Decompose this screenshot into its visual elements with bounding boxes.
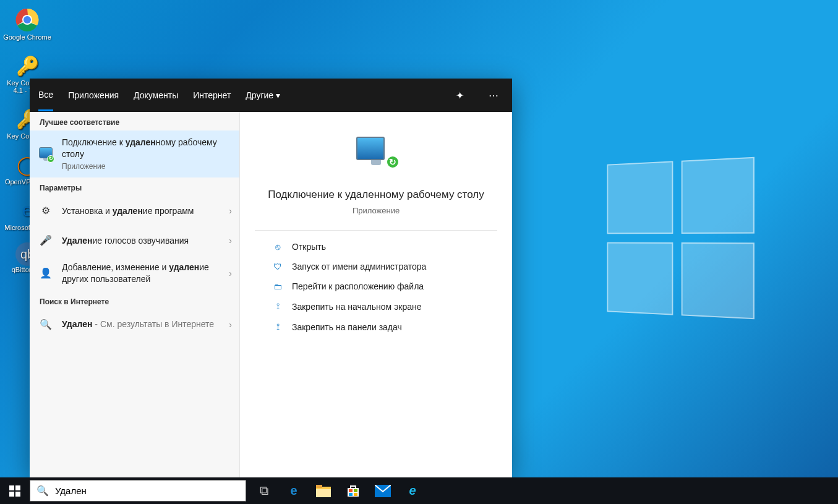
pin-icon: ⟟: [272, 301, 283, 312]
tab-internet[interactable]: Интернет: [193, 80, 231, 110]
preview-actions: ⎋ Открыть 🛡 Запуск от имени администрато…: [255, 230, 497, 343]
taskbar-edge[interactable]: e: [280, 477, 308, 504]
chevron-right-icon: ›: [224, 206, 232, 216]
result-web-search[interactable]: 🔍 Удален - См. результаты в Интернете ›: [30, 310, 239, 340]
folder-icon: 🗀: [272, 281, 283, 291]
search-icon: 🔍: [37, 316, 54, 333]
section-settings: Параметры: [30, 177, 239, 196]
result-uninstall-programs[interactable]: ⚙ Установка и удаление программ ›: [30, 196, 239, 226]
task-view-button[interactable]: ⧉: [250, 477, 278, 504]
search-icon: 🔍: [36, 485, 49, 497]
feedback-icon[interactable]: ✦: [451, 90, 469, 101]
svg-rect-11: [354, 493, 357, 496]
taskbar: 🔍 ⧉ e e: [0, 477, 838, 504]
action-label: Перейти к расположению файла: [292, 281, 424, 291]
svg-rect-6: [316, 489, 331, 497]
desktop: Google Chrome 🔑 Key Collector 4.1 - Test…: [0, 0, 838, 504]
tab-documents[interactable]: Документы: [134, 80, 178, 110]
taskbar-search-box[interactable]: 🔍: [30, 480, 246, 502]
chrome-icon: [14, 6, 41, 33]
svg-rect-10: [349, 493, 353, 496]
wallpaper-windows-logo: [607, 157, 755, 320]
svg-rect-9: [354, 489, 357, 492]
tab-more[interactable]: Другие ▾: [246, 80, 280, 110]
search-input[interactable]: [55, 485, 239, 496]
action-run-as-admin[interactable]: 🛡 Запуск от имени администратора: [255, 257, 497, 276]
action-pin-start[interactable]: ⟟ Закрепить на начальном экране: [255, 296, 497, 317]
result-remote-desktop[interactable]: ↻ Подключение к удаленному рабочему стол…: [30, 130, 239, 177]
chevron-right-icon: ›: [224, 320, 232, 330]
chevron-right-icon: ›: [224, 236, 232, 246]
taskbar-store[interactable]: [339, 477, 367, 504]
tab-all[interactable]: Все: [38, 80, 53, 111]
svg-point-3: [24, 16, 31, 23]
section-best-match: Лучшее соответствие: [30, 112, 239, 130]
svg-rect-8: [349, 489, 353, 492]
result-delete-voices[interactable]: 🎤 Удаление голосов озвучивания ›: [30, 226, 239, 255]
user-icon: 👤: [37, 265, 54, 282]
more-options-icon[interactable]: ⋯: [484, 90, 503, 101]
desktop-icon-label: Google Chrome: [3, 33, 51, 41]
open-icon: ⎋: [272, 242, 283, 252]
svg-rect-5: [316, 485, 322, 488]
search-results-list: Лучшее соответствие ↻ Подключение к удал…: [30, 112, 240, 477]
taskbar-file-explorer[interactable]: [309, 477, 338, 504]
app-icon: 🔑: [14, 52, 41, 79]
chevron-right-icon: ›: [224, 268, 232, 278]
result-manage-users[interactable]: 👤 Добавление, изменение и удаление други…: [30, 255, 239, 291]
action-label: Закрепить на панели задач: [292, 322, 402, 332]
section-web: Поиск в Интернете: [30, 291, 239, 310]
taskbar-mail[interactable]: [369, 477, 397, 504]
shield-icon: 🛡: [272, 262, 283, 271]
search-filter-tabs: Все Приложения Документы Интернет Другие…: [30, 79, 512, 112]
tab-apps[interactable]: Приложения: [68, 80, 119, 110]
search-preview-pane: ↻ Подключение к удаленному рабочему стол…: [240, 112, 512, 477]
action-label: Закрепить на начальном экране: [292, 302, 422, 312]
microphone-icon: 🎤: [37, 232, 54, 249]
remote-desktop-icon: ↻: [37, 145, 54, 163]
start-button[interactable]: [0, 477, 30, 504]
remote-desktop-icon-large: ↻: [356, 137, 396, 176]
pin-icon: ⟟: [272, 322, 283, 332]
start-search-panel: Все Приложения Документы Интернет Другие…: [30, 79, 512, 477]
chevron-down-icon: ▾: [276, 90, 280, 100]
desktop-icon-chrome[interactable]: Google Chrome: [2, 6, 52, 41]
preview-type: Приложение: [255, 206, 497, 215]
action-pin-taskbar[interactable]: ⟟ Закрепить на панели задач: [255, 317, 497, 337]
gear-icon: ⚙: [37, 202, 54, 220]
action-open[interactable]: ⎋ Открыть: [255, 237, 497, 257]
action-open-file-location[interactable]: 🗀 Перейти к расположению файла: [255, 276, 497, 296]
preview-title: Подключение к удаленному рабочему столу: [255, 189, 497, 201]
action-label: Открыть: [292, 242, 326, 252]
taskbar-ie[interactable]: e: [398, 477, 427, 504]
windows-logo-icon: [9, 485, 20, 497]
action-label: Запуск от имени администратора: [292, 262, 426, 271]
